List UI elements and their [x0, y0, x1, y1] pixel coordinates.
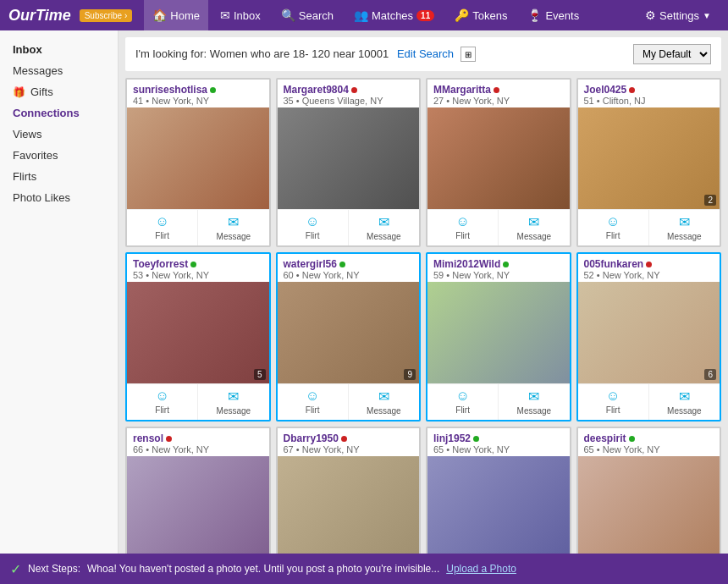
photo-count: 6	[704, 369, 716, 380]
next-steps-message: Whoa! You haven't posted a photo yet. Un…	[87, 563, 439, 575]
profile-header: Toeyforrest 53 • New York, NY	[127, 254, 269, 282]
flirt-icon: ☺	[606, 214, 620, 229]
message-button[interactable]: ✉ Message	[198, 210, 268, 245]
profile-card[interactable]: Mimi2012Wild 59 • New York, NY ☺ Flirt ✉…	[426, 252, 571, 421]
message-button[interactable]: ✉ Message	[499, 210, 569, 245]
message-icon: ✉	[679, 214, 690, 230]
nav-inbox[interactable]: ✉ Inbox	[212, 0, 269, 30]
profile-photo: 6	[578, 282, 720, 383]
flirt-label: Flirt	[455, 405, 470, 415]
nav-search[interactable]: 🔍 Search	[273, 0, 342, 30]
online-indicator	[494, 87, 499, 93]
profile-name: rensol	[133, 432, 263, 444]
profile-card[interactable]: watergirl56 60 • New York, NY 9 ☺ Flirt …	[276, 252, 422, 421]
flirt-label: Flirt	[455, 231, 470, 240]
sidebar-item-inbox[interactable]: Inbox	[0, 39, 118, 60]
flirt-button[interactable]: ☺ Flirt	[127, 210, 197, 245]
message-icon: ✉	[378, 388, 389, 405]
profile-sub: 60 • New York, NY	[284, 270, 414, 280]
nav-settings[interactable]: ⚙ Settings ▼	[637, 0, 720, 30]
profile-name: MMargaritta	[433, 84, 564, 96]
profile-name: Joel0425	[584, 84, 714, 96]
profile-sub: 51 • Clifton, NJ	[584, 96, 714, 106]
profile-name: Dbarry1950	[284, 432, 414, 444]
sidebar-item-views[interactable]: Views	[0, 124, 118, 145]
profile-name: Toeyforrest	[133, 258, 263, 270]
profile-sub: 66 • New York, NY	[133, 444, 263, 455]
profile-header: 005funkaren 52 • New York, NY	[578, 254, 720, 282]
nav-events[interactable]: 🍷 Events	[519, 0, 587, 30]
home-icon: 🏠	[152, 8, 167, 22]
flirt-label: Flirt	[155, 405, 169, 415]
sidebar-item-flirts[interactable]: Flirts	[0, 166, 118, 187]
settings-icon: ⚙	[645, 8, 656, 22]
message-label: Message	[367, 406, 401, 416]
flirt-button[interactable]: ☺ Flirt	[278, 384, 348, 420]
profile-card[interactable]: linj1952 65 • New York, NY ☺ Flirt ✉ Mes…	[426, 427, 571, 554]
sidebar: Inbox Messages 🎁 Gifts Connections Views…	[0, 30, 119, 554]
nav-matches[interactable]: 👥 Matches 11	[345, 0, 443, 30]
profile-photo	[427, 282, 570, 383]
flirt-button[interactable]: ☺ Flirt	[427, 210, 498, 245]
online-indicator	[473, 436, 479, 442]
flirt-button[interactable]: ☺ Flirt	[578, 210, 648, 245]
upload-photo-link[interactable]: Upload a Photo	[446, 563, 516, 575]
message-button[interactable]: ✉ Message	[649, 210, 720, 245]
subscribe-button[interactable]: Subscribe ›	[80, 9, 133, 22]
profile-sub: 52 • New York, NY	[584, 270, 714, 280]
profile-card[interactable]: Dbarry1950 67 • New York, NY ☺ Flirt ✉ M…	[276, 427, 422, 554]
profile-card[interactable]: rensol 66 • New York, NY ☺ Flirt ✉ Messa…	[125, 427, 271, 554]
sort-control: My Default	[633, 44, 711, 64]
search-description: I'm looking for: Women who are 18- 120 n…	[135, 47, 476, 62]
flirt-button[interactable]: ☺ Flirt	[427, 384, 498, 420]
profile-card[interactable]: deespirit 65 • New York, NY ☺ Flirt ✉ Me…	[576, 427, 722, 554]
message-button[interactable]: ✉ Message	[198, 384, 268, 420]
profile-name: linj1952	[433, 432, 564, 444]
profile-header: watergirl56 60 • New York, NY	[278, 254, 420, 282]
profile-sub: 65 • New York, NY	[433, 444, 564, 455]
photo-count: 5	[254, 369, 266, 380]
flirt-icon: ☺	[455, 388, 469, 404]
nav-home[interactable]: 🏠 Home	[144, 0, 208, 30]
message-button[interactable]: ✉ Message	[349, 384, 419, 420]
flirt-button[interactable]: ☺ Flirt	[578, 384, 648, 420]
sidebar-item-gifts[interactable]: 🎁 Gifts	[0, 81, 118, 102]
message-label: Message	[517, 406, 552, 416]
profile-card[interactable]: sunriseshotlisa 41 • New York, NY ☺ Flir…	[125, 78, 271, 247]
profile-card[interactable]: 005funkaren 52 • New York, NY 6 ☺ Flirt …	[576, 252, 722, 421]
profile-sub: 35 • Queens Village, NY	[284, 96, 414, 106]
profile-card[interactable]: Joel0425 51 • Clifton, NJ 2 ☺ Flirt ✉ Me…	[576, 78, 722, 247]
message-button[interactable]: ✉ Message	[349, 210, 419, 245]
sidebar-item-messages[interactable]: Messages	[0, 60, 118, 81]
message-button[interactable]: ✉ Message	[499, 384, 569, 420]
online-indicator	[339, 262, 345, 267]
profiles-grid: sunriseshotlisa 41 • New York, NY ☺ Flir…	[125, 78, 721, 554]
flirt-button[interactable]: ☺ Flirt	[127, 384, 197, 420]
flirt-icon: ☺	[155, 214, 168, 229]
profile-actions: ☺ Flirt ✉ Message	[127, 383, 269, 420]
profile-sub: 59 • New York, NY	[433, 270, 564, 280]
profile-header: linj1952 65 • New York, NY	[427, 428, 570, 456]
profile-card[interactable]: Margaret9804 35 • Queens Village, NY ☺ F…	[276, 78, 422, 247]
sidebar-item-favorites[interactable]: Favorites	[0, 145, 118, 166]
profile-name: 005funkaren	[584, 258, 714, 270]
message-button[interactable]: ✉ Message	[649, 384, 720, 420]
nav-tokens[interactable]: 🔑 Tokens	[446, 0, 516, 30]
sidebar-section-connections: Connections	[0, 102, 118, 124]
sidebar-item-photo-likes[interactable]: Photo Likes	[0, 187, 118, 208]
message-label: Message	[667, 406, 702, 416]
profile-card[interactable]: MMargaritta 27 • New York, NY ☺ Flirt ✉ …	[426, 78, 571, 247]
flirt-icon: ☺	[455, 214, 469, 229]
sort-select[interactable]: My Default	[633, 44, 711, 64]
tokens-icon: 🔑	[455, 8, 469, 22]
profile-actions: ☺ Flirt ✉ Message	[578, 209, 720, 245]
online-indicator	[629, 436, 635, 442]
filter-icon[interactable]: ⊞	[461, 47, 476, 62]
profile-name: Mimi2012Wild	[433, 258, 564, 270]
profile-card[interactable]: Toeyforrest 53 • New York, NY 5 ☺ Flirt …	[125, 252, 271, 421]
flirt-button[interactable]: ☺ Flirt	[278, 210, 348, 245]
message-label: Message	[517, 232, 552, 241]
next-steps-label: Next Steps:	[28, 563, 80, 575]
edit-search-link[interactable]: Edit Search	[397, 47, 454, 60]
message-icon: ✉	[679, 388, 690, 405]
